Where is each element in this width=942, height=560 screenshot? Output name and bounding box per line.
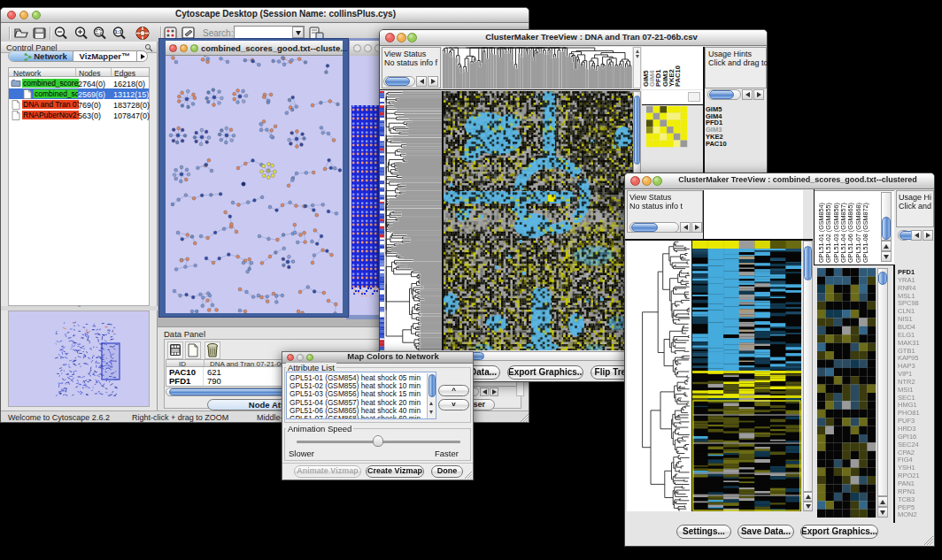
svg-text:1:1: 1:1 [115,29,122,35]
svg-text:PAC10: PAC10 [674,65,682,87]
svg-text:GPL51-08 (GSM872): GPL51-08 (GSM872) [861,203,869,263]
